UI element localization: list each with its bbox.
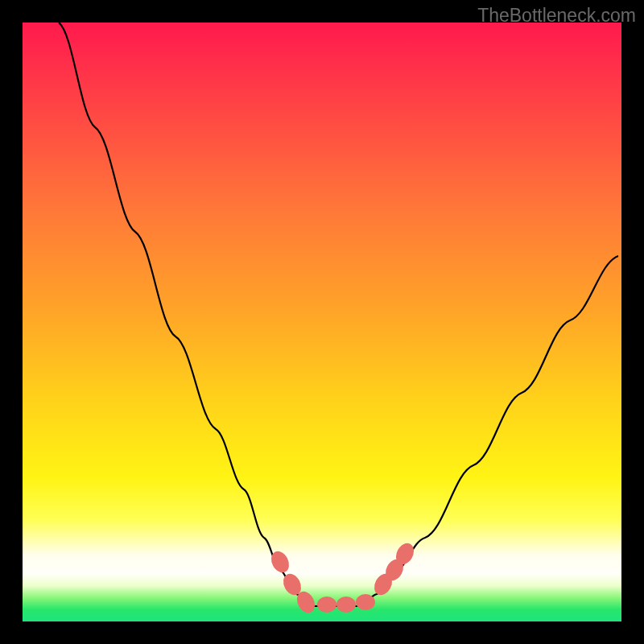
bottleneck-curve-path bbox=[59, 23, 618, 606]
bead-mid-3 bbox=[356, 594, 375, 610]
chart-root: TheBottleneck.com bbox=[0, 0, 644, 644]
watermark-text: TheBottleneck.com bbox=[477, 5, 636, 27]
plot-area bbox=[23, 23, 621, 621]
bead-mid-2 bbox=[336, 597, 356, 613]
bead-group bbox=[268, 540, 418, 616]
bead-mid-1 bbox=[317, 597, 336, 613]
curve-layer bbox=[23, 23, 621, 621]
